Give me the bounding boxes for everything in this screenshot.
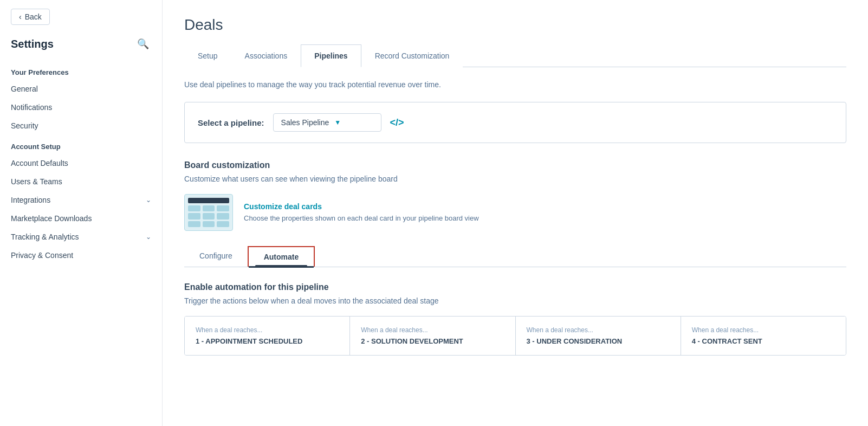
sidebar-item-label: Privacy & Consent (11, 251, 73, 260)
thumb-col-2 (203, 205, 215, 227)
board-customization-title: Board customization (184, 160, 846, 170)
pipeline-description: Use deal pipelines to manage the way you… (184, 80, 846, 89)
customize-deal-cards-desc: Choose the properties shown on each deal… (244, 214, 479, 222)
sidebar-item-label: Marketplace Downloads (11, 214, 92, 223)
deal-stage-name: 2 - SOLUTION DEVELOPMENT (361, 337, 504, 345)
sidebar-item-security[interactable]: Security (0, 117, 162, 135)
sidebar-item-marketplace-downloads[interactable]: Marketplace Downloads (0, 209, 162, 228)
chevron-left-icon: ‹ (19, 12, 22, 21)
board-customization-desc: Customize what users can see when viewin… (184, 175, 846, 183)
customize-card-row: Customize deal cards Choose the properti… (184, 194, 846, 231)
deal-stage-label: When a deal reaches... (361, 326, 504, 334)
sidebar-header: Settings 🔍 (0, 31, 162, 61)
sidebar-item-label: Notifications (11, 103, 52, 112)
thumb-header (188, 198, 229, 203)
main-content-area: Deals Setup Associations Pipelines Recor… (163, 0, 868, 426)
customize-deal-cards-link[interactable]: Customize deal cards (244, 202, 479, 211)
pipeline-selector-label: Select a pipeline: (198, 118, 264, 127)
sidebar-item-general[interactable]: General (0, 80, 162, 98)
sub-tabs-bar: Configure Automate (184, 246, 846, 267)
code-embed-icon[interactable]: </> (390, 117, 404, 128)
sidebar-item-label: Users & Teams (11, 177, 62, 186)
sidebar-item-label: Tracking & Analytics (11, 233, 79, 241)
sidebar-item-privacy-consent[interactable]: Privacy & Consent (0, 246, 162, 264)
thumb-rows (188, 205, 229, 227)
sidebar-item-account-defaults[interactable]: Account Defaults (0, 154, 162, 172)
sub-tab-active-indicator (255, 265, 307, 267)
tab-pipelines[interactable]: Pipelines (301, 44, 361, 67)
page-title: Deals (184, 16, 846, 34)
deal-stage-name: 3 - UNDER CONSIDERATION (527, 337, 670, 345)
chevron-down-icon: ⌄ (146, 196, 151, 204)
deal-stage-label: When a deal reaches... (196, 326, 339, 334)
sidebar-item-tracking-analytics[interactable]: Tracking & Analytics ⌄ (0, 228, 162, 246)
deal-stages-container: When a deal reaches... 1 - APPOINTMENT S… (184, 316, 846, 356)
search-icon: 🔍 (137, 38, 149, 49)
tab-associations[interactable]: Associations (231, 44, 301, 67)
deal-stage-name: 4 - CONTRACT SENT (692, 337, 835, 345)
deal-stage-label: When a deal reaches... (527, 326, 670, 334)
sidebar-item-notifications[interactable]: Notifications (0, 98, 162, 117)
pipeline-selector-box: Select a pipeline: Sales Pipeline ▼ </> (184, 102, 846, 143)
automation-title: Enable automation for this pipeline (184, 282, 846, 292)
deal-stage-card-1: When a deal reaches... 1 - APPOINTMENT S… (185, 317, 350, 355)
back-button[interactable]: ‹ Back (11, 9, 50, 25)
deal-stage-label: When a deal reaches... (692, 326, 835, 334)
deal-stage-card-4: When a deal reaches... 4 - CONTRACT SENT (681, 317, 846, 355)
pipeline-dropdown[interactable]: Sales Pipeline ▼ (273, 113, 381, 132)
sidebar-title: Settings (11, 38, 54, 50)
chevron-down-icon: ⌄ (146, 233, 151, 241)
deal-card-thumbnail (184, 194, 233, 231)
sidebar-item-label: Security (11, 121, 38, 130)
automation-desc: Trigger the actions below when a deal mo… (184, 296, 846, 305)
customize-text-block: Customize deal cards Choose the properti… (244, 202, 479, 223)
sidebar: ‹ Back Settings 🔍 Your Preferences Gener… (0, 0, 163, 426)
sub-tab-configure[interactable]: Configure (184, 246, 248, 267)
thumb-col-3 (217, 205, 229, 227)
sidebar-item-label: Account Defaults (11, 159, 68, 167)
tab-setup[interactable]: Setup (184, 44, 231, 67)
sub-tab-automate[interactable]: Automate (248, 246, 315, 267)
sidebar-item-integrations[interactable]: Integrations ⌄ (0, 191, 162, 209)
deal-stage-card-2: When a deal reaches... 2 - SOLUTION DEVE… (350, 317, 515, 355)
thumb-col-1 (188, 205, 200, 227)
pipeline-dropdown-value: Sales Pipeline (281, 118, 329, 127)
search-button[interactable]: 🔍 (135, 36, 151, 52)
account-setup-section: Account Setup (0, 135, 162, 154)
sidebar-item-label: General (11, 85, 38, 93)
tabs-bar: Setup Associations Pipelines Record Cust… (184, 44, 846, 67)
dropdown-arrow-icon: ▼ (334, 119, 341, 126)
tab-record-customization[interactable]: Record Customization (361, 44, 463, 67)
sidebar-item-label: Integrations (11, 196, 50, 204)
your-preferences-section: Your Preferences (0, 61, 162, 80)
back-label: Back (25, 12, 42, 21)
deal-stage-card-3: When a deal reaches... 3 - UNDER CONSIDE… (516, 317, 681, 355)
sidebar-item-users-teams[interactable]: Users & Teams (0, 172, 162, 191)
deal-stage-name: 1 - APPOINTMENT SCHEDULED (196, 337, 339, 345)
